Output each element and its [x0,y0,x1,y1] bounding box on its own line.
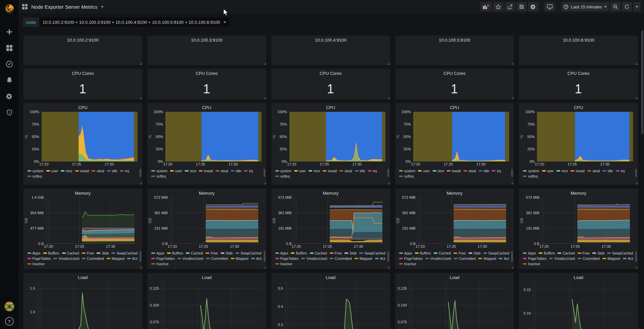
chart-plot-area[interactable] [161,282,262,329]
legend-item[interactable]: iowait [447,169,461,173]
chart-plot-area[interactable] [294,197,386,244]
refresh-interval-dropdown[interactable] [633,2,641,11]
legend-item[interactable]: Apps [151,251,164,255]
legend-item[interactable]: Apps [275,251,288,255]
legend-item[interactable]: nice [185,169,196,173]
panel-title[interactable]: CPU Cores [23,69,143,78]
panel-resize-handle[interactable] [140,182,142,184]
share-dashboard-button[interactable] [505,2,515,11]
chart-plot-area[interactable] [418,197,509,244]
legend-item[interactable]: Committed [454,256,476,261]
legend-item[interactable]: Committed [330,256,352,261]
panel-resize-handle[interactable] [387,62,390,65]
legend-item[interactable]: irq [244,169,253,173]
panel-title[interactable]: 10.0.100.5:9100 [395,36,514,44]
legend-item[interactable]: VmallocUsed [301,256,327,261]
legend-item[interactable]: irq [492,169,501,173]
chart-plot-area[interactable] [38,282,138,329]
legend-item[interactable]: PageTables [275,256,299,261]
panel-resize-handle[interactable] [635,97,638,99]
legend-item[interactable]: steal [587,169,600,173]
legend-item[interactable]: steal [216,169,228,173]
legend-item[interactable]: Active [251,256,262,261]
legend-item[interactable]: Cached [434,251,451,255]
legend-item[interactable]: steal [92,169,104,173]
legend-item[interactable]: Apps [523,251,536,255]
panel-title[interactable]: 10.0.100.6:9100 [519,36,638,44]
legend-item[interactable]: Cached [62,251,79,255]
legend-scrollbar[interactable] [387,169,389,177]
star-dashboard-button[interactable] [493,2,503,11]
legend-item[interactable]: Inactive [28,262,45,266]
legend-item[interactable]: Slab [97,251,109,255]
legend-item[interactable]: Slab [344,251,357,255]
legend-item[interactable]: SwapCached [359,251,385,255]
legend-item[interactable]: Slab [592,251,604,255]
legend-item[interactable]: softirq [523,174,538,178]
legend-item[interactable]: irq [120,169,129,173]
chart-plot-area[interactable] [42,112,138,161]
chart-plot-area[interactable] [289,112,386,161]
dashboard-title-dropdown[interactable]: Node Exporter Server Metrics [22,4,104,10]
legend-item[interactable]: VmallocUsed [425,256,451,261]
chart-plot-area[interactable] [537,112,633,161]
create-icon[interactable] [3,26,16,38]
legend-item[interactable]: system [275,169,291,173]
legend-item[interactable]: nice [556,169,568,173]
panel-title[interactable]: CPU [147,103,266,112]
legend-item[interactable]: VmallocUsed [53,256,79,261]
legend-item[interactable]: Mapped [602,256,620,261]
grafana-logo-icon[interactable] [0,0,18,17]
legend-item[interactable]: Apps [399,251,412,255]
time-range-picker[interactable]: Last 15 minutes [561,2,609,11]
legend-item[interactable]: Mapped [231,256,249,261]
legend-item[interactable]: system [151,169,167,173]
legend-item[interactable]: iowait [199,169,213,173]
legend-scrollbar[interactable] [511,169,513,177]
panel-title[interactable]: 10.0.100.2:9100 [23,36,143,44]
panel-resize-handle[interactable] [511,62,514,65]
legend-item[interactable]: nice [433,169,444,173]
panel-resize-handle[interactable] [140,62,142,65]
legend-item[interactable]: idle [355,169,365,173]
panel-resize-handle[interactable] [264,97,266,99]
chart-plot-area[interactable] [170,197,262,244]
legend-item[interactable]: nice [61,169,72,173]
legend-item[interactable]: iowait [75,169,89,173]
legend-item[interactable]: Committed [82,256,104,261]
legend-item[interactable]: PageTables [399,256,423,261]
user-avatar[interactable] [4,301,14,312]
legend-item[interactable]: system [523,169,539,173]
panel-resize-handle[interactable] [387,266,390,269]
panel-resize-handle[interactable] [387,182,390,184]
legend-item[interactable]: Buffers [415,251,431,255]
chart-plot-area[interactable] [46,197,138,244]
panel-title[interactable]: CPU [271,103,390,112]
chart-plot-area[interactable] [413,112,509,161]
panel-title[interactable]: 10.0.100.3:9100 [147,36,266,44]
legend-item[interactable]: Buffers [167,251,183,255]
legend-scrollbar[interactable] [140,251,141,262]
legend-item[interactable]: Free [578,251,590,255]
cycle-view-mode-button[interactable] [544,2,555,11]
legend-item[interactable]: SwapCached [483,251,509,255]
panel-resize-handle[interactable] [140,266,142,269]
legend-item[interactable]: user [542,169,554,173]
legend-item[interactable]: irq [616,169,625,173]
panel-resize-handle[interactable] [264,266,266,269]
explore-compass-icon[interactable] [3,58,16,70]
configuration-gear-icon[interactable] [3,91,16,102]
legend-item[interactable]: PageTables [151,256,175,261]
legend-scrollbar[interactable] [264,251,265,262]
panel-title[interactable]: CPU [395,103,514,112]
panel-title[interactable]: CPU Cores [271,69,390,78]
legend-item[interactable]: iowait [571,169,585,173]
refresh-dashboard-button[interactable] [622,2,632,11]
dashboards-icon[interactable] [3,42,16,54]
panel-resize-handle[interactable] [511,182,514,184]
legend-item[interactable]: user [170,169,182,173]
legend-scrollbar[interactable] [140,169,141,177]
legend-scrollbar[interactable] [635,251,637,262]
legend-item[interactable]: softirq [275,174,290,178]
server-admin-shield-icon[interactable] [3,107,16,118]
